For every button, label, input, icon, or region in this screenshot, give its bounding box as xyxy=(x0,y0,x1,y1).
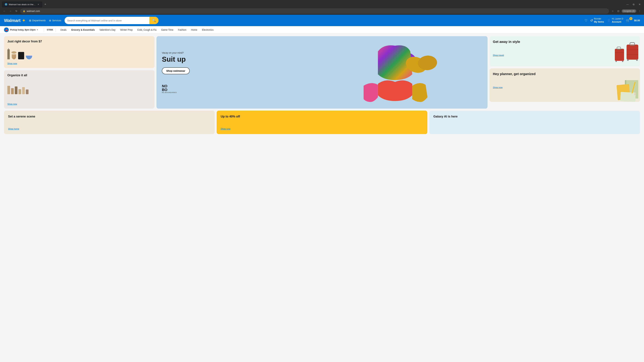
reorder-action[interactable]: ↺ Reorder My Items xyxy=(590,17,604,23)
suitcase-wheel-2 xyxy=(636,59,638,61)
nav-link-home[interactable]: Home xyxy=(189,27,199,32)
pickup-selector[interactable]: 🚗 Pickup today, 9pm-10pm ▾ xyxy=(4,27,38,32)
search-button[interactable]: 🔍 xyxy=(150,17,158,24)
nav-links: Deals Grocery & Essentials Valentine's D… xyxy=(58,27,216,32)
vase-body xyxy=(12,54,16,59)
planner-image-area xyxy=(557,68,640,102)
wishlist-action[interactable]: ♡ xyxy=(584,18,588,22)
promo-grid: Just right decor from $7 xyxy=(4,36,640,109)
vase-top xyxy=(12,51,16,54)
tab-close-button[interactable]: ✕ xyxy=(37,3,40,6)
nav-link-valentines[interactable]: Valentine's Day xyxy=(98,27,118,32)
nav-link-fashion[interactable]: Fashion xyxy=(176,27,188,32)
suitcase-small-wheel-2 xyxy=(622,61,623,62)
address-bar[interactable]: 🔒 walmart.com xyxy=(20,8,609,14)
search-icon: 🔍 xyxy=(152,18,156,22)
walmart-logo[interactable]: Walmart ✦ xyxy=(4,18,26,23)
travel-promo-card[interactable]: Get away in style Shop travel xyxy=(490,36,640,66)
departments-icon: ⊞ xyxy=(29,19,31,22)
discount-shop-link[interactable]: Shop now xyxy=(221,128,423,130)
candle-group xyxy=(8,48,10,59)
reload-button[interactable]: ↻ xyxy=(14,9,19,13)
nav-link-cold[interactable]: Cold, Cough & Flu xyxy=(135,27,158,32)
shelf-box-3 xyxy=(15,86,18,94)
nav-divider-2 xyxy=(56,28,56,31)
travel-image-area xyxy=(557,36,640,66)
nav-link-winter[interactable]: Winter Prep xyxy=(118,27,135,32)
restore-button[interactable]: ⧉ xyxy=(631,2,636,7)
spark-icon: ✦ xyxy=(22,18,26,23)
galaxy-title: Galaxy AI is here xyxy=(433,115,636,118)
galaxy-promo-card[interactable]: Galaxy AI is here xyxy=(429,111,640,134)
decor-title: Just right decor from $7 xyxy=(8,39,151,43)
incognito-badge[interactable]: Incognito (3) xyxy=(622,9,636,13)
swimsuit-svg xyxy=(297,36,488,109)
suitcase-big-body xyxy=(626,44,638,60)
shelf-box-1 xyxy=(8,86,10,94)
services-nav[interactable]: ⊛ Services xyxy=(49,19,61,22)
minimize-button[interactable]: — xyxy=(625,2,630,7)
departments-label: Departments xyxy=(32,19,46,22)
main-content: Just right decor from $7 xyxy=(0,33,644,137)
header-actions: ♡ ↺ Reorder My Items 👤 Hi, Lauren D Acco… xyxy=(584,17,640,23)
account-label: Account xyxy=(612,20,623,23)
browser-toolbar: ← → ↻ 🔒 walmart.com ☆ ⊡ Incognito (3) ⋮ xyxy=(0,7,644,15)
wishlist-icon: ♡ xyxy=(584,18,588,22)
pickup-chevron-icon: ▾ xyxy=(37,29,38,31)
browser-titlebar: W Walmart has deals on the most... ✕ + —… xyxy=(0,0,644,7)
vase-group xyxy=(12,51,16,59)
serene-promo-card[interactable]: Set a serene scene Shop home xyxy=(4,111,215,134)
back-button[interactable]: ← xyxy=(2,9,7,13)
decor-shop-link[interactable]: Shop now xyxy=(8,62,151,65)
nav-link-game[interactable]: Game Time xyxy=(159,27,175,32)
cart-text: $0.00 xyxy=(634,19,640,22)
discount-promo-card[interactable]: Up to 40% off Shop now xyxy=(217,111,427,134)
tab-favicon: W xyxy=(5,3,8,6)
organize-shop-link[interactable]: Shop now xyxy=(8,103,151,105)
nav-link-grocery[interactable]: Grocery & Essentials xyxy=(69,27,97,32)
candle-body xyxy=(8,49,10,59)
shelf-box-5 xyxy=(22,87,25,94)
new-tab-button[interactable]: + xyxy=(43,2,48,7)
bottom-row: Set a serene scene Shop home Up to 40% o… xyxy=(4,111,640,134)
right-column: Get away in style Shop travel xyxy=(490,36,640,109)
search-input[interactable] xyxy=(64,19,150,22)
pickup-icon: 🚗 xyxy=(4,27,9,32)
close-button[interactable]: ✕ xyxy=(637,2,642,7)
account-action[interactable]: 👤 Hi, Lauren D Account xyxy=(607,17,623,23)
hero-swimsuit-illustration xyxy=(297,36,488,109)
shelf-illustration xyxy=(8,86,151,94)
cart-count-badge: 0 xyxy=(630,17,632,20)
hero-content: Vacay on your mind? Suit up Shop swimwea… xyxy=(156,46,195,98)
profile-button[interactable]: ⊡ xyxy=(616,9,621,13)
hero-brand-text: NO BO xyxy=(162,84,190,92)
reorder-icon: ↺ xyxy=(590,18,593,22)
departments-nav[interactable]: ⊞ Departments xyxy=(29,19,46,22)
suitcase-small-body xyxy=(615,49,624,61)
cart-action[interactable]: 🛒 0 $0.00 xyxy=(626,18,640,22)
gold-bikini-bottom xyxy=(412,83,428,102)
menu-button[interactable]: ⋮ xyxy=(637,9,642,13)
hero-title: Suit up xyxy=(162,55,190,63)
hero-cta-button[interactable]: Shop swimwear xyxy=(162,67,190,74)
secondary-nav: 🚗 Pickup today, 9pm-10pm ▾ 07094 Deals G… xyxy=(0,26,644,33)
serene-shop-link[interactable]: Shop home xyxy=(8,128,211,130)
zip-code-display: 07094 xyxy=(47,28,53,31)
pink-bikini-bottom xyxy=(364,83,378,102)
logo-text: Walmart xyxy=(4,18,20,23)
services-icon: ⊛ xyxy=(49,19,51,22)
planner-promo-card[interactable]: Hey planner, get organized Shop now xyxy=(490,68,640,102)
search-bar: 🔍 xyxy=(64,17,158,24)
nav-link-electronics[interactable]: Electronics xyxy=(200,27,216,32)
account-greeting: Hi, Lauren D xyxy=(612,17,623,20)
jar-shape xyxy=(18,52,24,59)
active-tab[interactable]: W Walmart has deals on the most... ✕ xyxy=(2,1,42,7)
forward-button[interactable]: → xyxy=(8,9,13,13)
nav-link-deals[interactable]: Deals xyxy=(58,27,68,32)
decor-promo-card[interactable]: Just right decor from $7 xyxy=(4,36,154,68)
bookmark-button[interactable]: ☆ xyxy=(610,9,615,13)
hero-promo-card[interactable]: Vacay on your mind? Suit up Shop swimwea… xyxy=(156,36,488,109)
my-items-label: My Items xyxy=(594,20,604,23)
organize-promo-card[interactable]: Organize it all Shop now xyxy=(4,70,154,109)
bowl-shape xyxy=(26,56,32,59)
